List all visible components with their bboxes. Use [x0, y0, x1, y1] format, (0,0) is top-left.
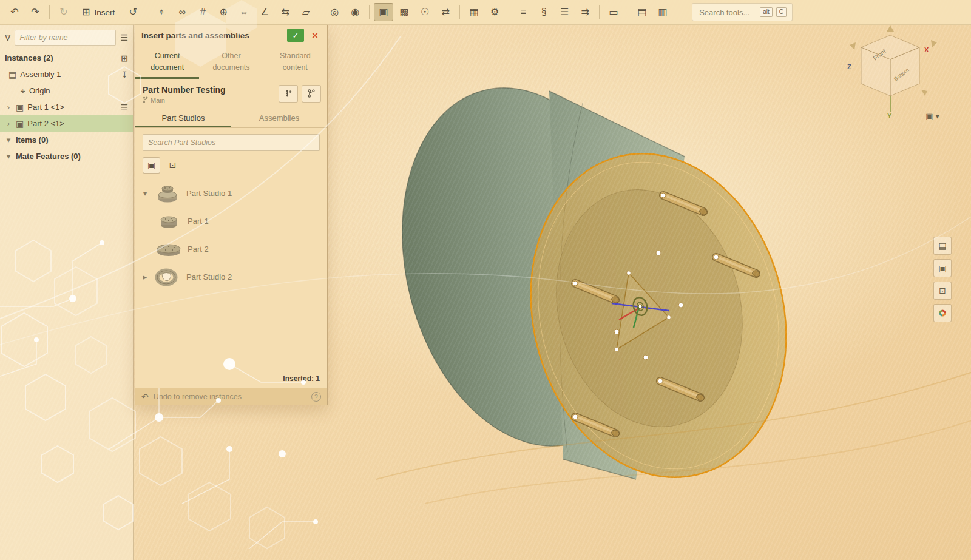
publish-button[interactable]: ☉ [415, 3, 435, 21]
group-button[interactable]: ∞ [172, 3, 192, 21]
filter-icon[interactable]: ∇ [5, 33, 10, 42]
tab-current-document[interactable]: Current document [135, 46, 199, 79]
chevron-collapsed-icon[interactable]: ▸ [141, 273, 149, 281]
chain-relation-button[interactable]: ☰ [555, 3, 574, 21]
undo-instances-link[interactable]: Undo to remove instances [154, 393, 242, 401]
chevron-down-icon[interactable]: ▾ [5, 136, 12, 144]
insert-button[interactable]: ⊞ Insert [75, 3, 122, 21]
insert-part-icon: ▣ [379, 7, 388, 17]
part-icon: ▣ [16, 103, 24, 112]
screw-relation-button[interactable]: § [534, 3, 553, 21]
redo-button[interactable]: ↷ [25, 3, 45, 21]
rotate-part-button[interactable]: ∠ [255, 3, 274, 21]
close-button[interactable]: × [308, 28, 322, 42]
axis-z-label: Z [847, 63, 851, 70]
rotate-left-arrow[interactable] [850, 42, 856, 50]
part2-row[interactable]: › ▣ Part 2 <1> [0, 115, 133, 132]
dialog-header[interactable]: Insert parts and assemblies ✓ × [135, 25, 327, 46]
filter-part-studios-toggle[interactable]: ⊡ [164, 157, 181, 174]
document-panel-button[interactable]: ▤ [933, 237, 952, 255]
insert-mate-connector-toggle[interactable] [279, 85, 298, 103]
assembly-label: Assembly 1 [20, 70, 61, 79]
bom-table-icon: ▥ [658, 7, 668, 17]
filter-toggles: ▣ ⊡ [135, 155, 327, 177]
tab-other-documents[interactable]: Other documents [199, 46, 263, 79]
insert-parts-dialog: Insert parts and assemblies ✓ × Current … [135, 24, 328, 405]
instances-header-row[interactable]: Instances (2) ⊞ [0, 50, 133, 66]
publish-icon: ☉ [421, 7, 429, 17]
filter-parts-toggle[interactable]: ▣ [143, 157, 160, 174]
replicate-icon: ▩ [400, 7, 409, 17]
add-instance-icon[interactable]: ⊞ [121, 54, 128, 62]
in-context-icon[interactable]: ☰ [120, 103, 128, 112]
ball-mate-icon: ◉ [351, 7, 359, 17]
linear-pattern-button[interactable]: ▦ [464, 3, 484, 21]
tree-row-part-studio-2[interactable]: ▸ Part Studio 2 [135, 263, 327, 291]
help-button[interactable]: ? [311, 392, 321, 402]
insert-part-button[interactable]: ▣ [374, 3, 393, 21]
chevron-right-icon[interactable]: › [5, 120, 12, 127]
transfer-button[interactable]: ⇄ [436, 3, 455, 21]
exploded-view-button[interactable]: ⇉ [575, 3, 595, 21]
tree-row-part-studio-1[interactable]: ▾ Part Studio 1 [135, 180, 327, 207]
rotate-corner-arrow[interactable] [921, 90, 927, 96]
tab-part-studios[interactable]: Part Studios [135, 109, 231, 127]
list-options-icon[interactable]: ☰ [120, 33, 128, 42]
undo-button[interactable]: ↶ [5, 3, 24, 21]
items-header-row[interactable]: ▾ Items (0) [0, 132, 133, 148]
revolute-mate-button[interactable]: ◎ [325, 3, 344, 21]
slider-mate-button[interactable]: ⇆ [276, 3, 295, 21]
tree-row-part-2[interactable]: Part 2 [135, 235, 327, 263]
axis-y-label: Y [887, 112, 892, 120]
mate-button[interactable]: ⌖ [152, 3, 171, 21]
chevron-right-icon[interactable]: › [5, 103, 12, 111]
tab-assemblies[interactable]: Assemblies [231, 109, 327, 127]
history-button[interactable]: ↺ [123, 3, 143, 21]
search-tools-input[interactable] [698, 7, 756, 18]
rack-relation-button[interactable]: ≡ [513, 3, 533, 21]
screw-relation-icon: § [541, 7, 547, 17]
tab-standard-content[interactable]: Standard content [263, 46, 327, 79]
ball-mate-button[interactable]: ◉ [345, 3, 365, 21]
gear-relation-button[interactable]: ⚙ [485, 3, 504, 21]
tree-row-part-1[interactable]: Part 1 [135, 207, 327, 235]
view-cube[interactable]: Front Bottom Z X Y [845, 24, 942, 121]
move-part-button[interactable]: ⇔ [234, 3, 254, 21]
rotate-up-arrow[interactable] [887, 25, 894, 32]
search-tools-box[interactable]: alt C [692, 3, 793, 21]
mate-connector-point-icon [283, 89, 293, 98]
color-wheel-icon [936, 307, 949, 319]
mate-features-header-row[interactable]: ▾ Mate Features (0) [0, 148, 133, 164]
dialog-footer: ↶ Undo to remove instances ? [135, 388, 327, 405]
part1-row[interactable]: › ▣ Part 1 <1> ☰ [0, 99, 133, 115]
studio-tabs: Part Studios Assemblies [135, 109, 327, 128]
view-options-button[interactable]: ▣ ▾ [922, 112, 943, 121]
parts-panel-button[interactable]: ▣ [933, 259, 952, 277]
download-icon[interactable]: ↧ [121, 70, 128, 79]
revolute-mate-icon: ◎ [330, 7, 339, 17]
chevron-down-icon[interactable]: ▾ [141, 189, 149, 197]
document-panel-icon: ▤ [938, 241, 946, 250]
version-select-button[interactable] [302, 85, 321, 103]
config-panel-button[interactable]: ⊡ [933, 282, 952, 300]
origin-row[interactable]: ⌖ Origin [0, 83, 133, 99]
appearance-panel-button[interactable] [933, 304, 952, 322]
planar-mate-button[interactable]: ▱ [296, 3, 316, 21]
replicate-button[interactable]: ▩ [394, 3, 414, 21]
filter-by-name-input[interactable] [15, 30, 116, 46]
update-references-button[interactable]: ↻ [54, 3, 73, 21]
search-part-studios-input[interactable] [143, 134, 320, 151]
right-panel-rail: ▤ ▣ ⊡ [933, 237, 952, 322]
mate-connector-button[interactable]: # [193, 3, 212, 21]
chevron-down-icon[interactable]: ▾ [5, 152, 12, 160]
named-positions-button[interactable]: ▭ [604, 3, 623, 21]
bom-table-button[interactable]: ▥ [653, 3, 672, 21]
drawing-button[interactable]: ▤ [632, 3, 652, 21]
assembly-row[interactable]: ▤ Assembly 1 ↧ [0, 66, 133, 83]
origin-label: Origin [29, 86, 50, 95]
accept-button[interactable]: ✓ [287, 29, 304, 42]
check-icon: ✓ [293, 32, 299, 39]
rotate-right-arrow[interactable] [931, 40, 937, 47]
snap-mode-button[interactable]: ⊕ [214, 3, 233, 21]
tree-item-label: Part Studio 1 [186, 189, 232, 198]
